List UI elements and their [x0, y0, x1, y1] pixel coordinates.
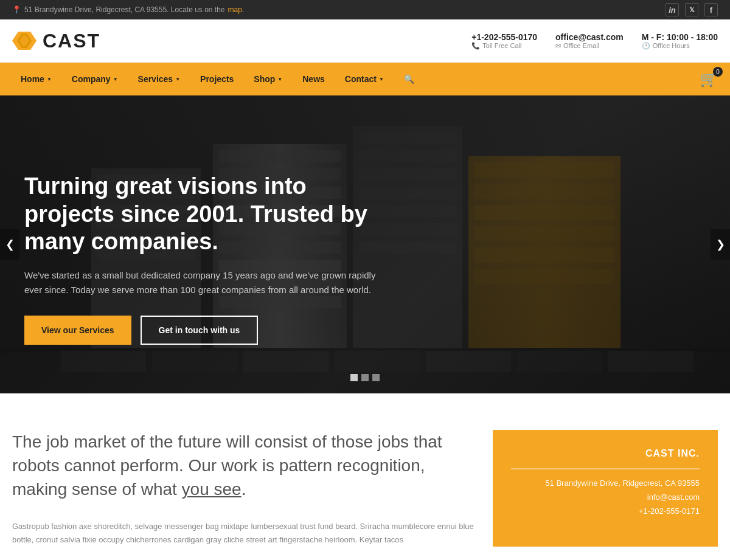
nav-contact[interactable]: Contact ▼ — [336, 63, 392, 95]
phone-label: 📞 Toll Free Call — [471, 42, 521, 50]
hero-next-button[interactable]: ❯ — [711, 229, 730, 260]
sidebar-address: 51 Brandywine Drive, Ridgecrest, CA 9355… — [511, 479, 700, 488]
nav-services[interactable]: Services ▼ — [130, 63, 189, 95]
logo[interactable]: CAST — [12, 29, 100, 53]
view-services-button[interactable]: View our Services — [24, 316, 131, 345]
main-nav: Home ▼ Company ▼ Services ▼ Projects Sho… — [0, 63, 730, 95]
home-arrow: ▼ — [47, 77, 52, 82]
site-header: CAST +1-202-555-0170 📞 Toll Free Call of… — [0, 19, 730, 63]
linkedin-icon[interactable]: in — [666, 3, 679, 16]
cart-button[interactable]: 🛒 0 — [700, 71, 718, 88]
phone-number: +1-202-555-0170 — [471, 32, 537, 42]
nav-news[interactable]: News — [294, 63, 333, 95]
hero-content: Turning great visions into projects sinc… — [24, 173, 377, 345]
company-name: CAST INC. — [511, 448, 700, 459]
big-text: The job market of the future will consis… — [12, 430, 474, 502]
clock-icon: 🕐 — [642, 42, 650, 50]
hours-contact: M - F: 10:00 - 18:00 🕐 Office Hours — [642, 32, 718, 50]
email-icon: ✉ — [555, 42, 561, 50]
sidebar-card: CAST INC. 51 Brandywine Drive, Ridgecres… — [493, 430, 718, 547]
nav-cart: 🛒 0 — [700, 71, 718, 88]
nav-projects[interactable]: Projects — [192, 63, 242, 95]
pin-icon: 📍 — [12, 5, 21, 14]
hero-prev-button[interactable]: ❮ — [0, 229, 19, 260]
hero-dot-1[interactable] — [350, 374, 358, 381]
phone-contact: +1-202-555-0170 📞 Toll Free Call — [471, 32, 537, 50]
twitter-icon[interactable]: 𝕏 — [685, 3, 698, 16]
right-arrow-icon: ❯ — [716, 238, 725, 251]
contact-arrow: ▼ — [379, 77, 384, 82]
office-hours: M - F: 10:00 - 18:00 — [642, 32, 718, 42]
facebook-icon[interactable]: f — [704, 3, 718, 16]
contact-info: +1-202-555-0170 📞 Toll Free Call office@… — [471, 32, 718, 50]
cart-badge: 0 — [713, 67, 723, 77]
sidebar-divider — [511, 468, 700, 469]
hero-subtitle: We've started as a small but dedicated c… — [24, 268, 377, 297]
company-arrow: ▼ — [113, 77, 118, 82]
email-label: ✉ Office Email — [555, 42, 599, 50]
nav-search[interactable]: 🔍 — [395, 63, 423, 95]
hero-section: ❮ Turning great visions into projects si… — [0, 95, 730, 393]
social-links: in 𝕏 f — [666, 3, 718, 16]
address-text: 51 Brandywine Drive, Ridgecrest, CA 9355… — [24, 5, 225, 14]
content-section: The job market of the future will consis… — [0, 393, 730, 560]
shop-arrow: ▼ — [277, 77, 282, 82]
sidebar-phone: +1-202-555-0171 — [511, 506, 700, 516]
logo-text: CAST — [43, 30, 100, 52]
nav-shop[interactable]: Shop ▼ — [245, 63, 291, 95]
email-contact: office@cast.com ✉ Office Email — [555, 32, 624, 50]
hero-buttons: View our Services Get in touch with us — [24, 316, 377, 345]
content-left: The job market of the future will consis… — [12, 430, 474, 547]
hero-dots — [350, 374, 380, 381]
big-text-part2: . — [242, 480, 246, 499]
hero-title: Turning great visions into projects sinc… — [24, 173, 377, 256]
map-link[interactable]: map. — [228, 5, 245, 14]
sidebar-email: info@cast.com — [511, 493, 700, 502]
top-bar: 📍 51 Brandywine Drive, Ridgecrest, CA 93… — [0, 0, 730, 19]
phone-icon: 📞 — [471, 42, 480, 50]
contact-button[interactable]: Get in touch with us — [141, 316, 259, 345]
search-icon: 🔍 — [404, 74, 414, 84]
nav-home[interactable]: Home ▼ — [12, 63, 60, 95]
nav-items: Home ▼ Company ▼ Services ▼ Projects Sho… — [12, 63, 423, 95]
left-arrow-icon: ❮ — [5, 238, 15, 251]
hours-label: 🕐 Office Hours — [642, 42, 690, 50]
big-text-link[interactable]: you see — [182, 480, 242, 499]
logo-icon — [12, 29, 36, 53]
email-address: office@cast.com — [555, 32, 624, 42]
small-text: Gastropub fashion axe shoreditch, selvag… — [12, 520, 474, 547]
services-arrow: ▼ — [175, 77, 180, 82]
hero-dot-3[interactable] — [372, 374, 380, 381]
nav-company[interactable]: Company ▼ — [63, 63, 127, 95]
top-bar-address: 📍 51 Brandywine Drive, Ridgecrest, CA 93… — [12, 5, 244, 14]
hero-dot-2[interactable] — [361, 374, 369, 381]
